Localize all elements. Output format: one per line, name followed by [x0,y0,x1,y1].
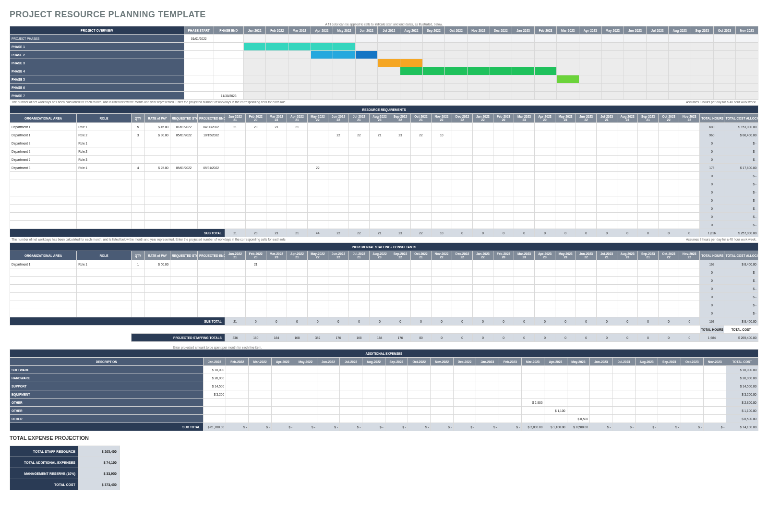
cell-wd[interactable] [328,221,348,229]
cell-end[interactable] [197,147,225,156]
gantt-cell[interactable] [311,43,333,51]
cell-wd[interactable] [452,221,473,229]
cell-wd[interactable] [369,156,390,164]
cell-wd[interactable] [659,213,679,221]
exp-cell[interactable] [476,407,499,415]
cell-wd[interactable] [659,164,679,172]
cell-wd[interactable] [245,309,266,317]
exp-cell[interactable] [294,366,317,374]
cell-wd[interactable] [597,213,617,221]
cell-wd[interactable] [514,309,535,317]
cell-start[interactable]: 05/01/2022 [170,164,197,172]
cell-area[interactable]: Department 1 [10,123,77,131]
cell-qty[interactable] [132,277,145,285]
cell-wd[interactable] [638,293,659,301]
cell-wd[interactable] [514,180,535,188]
exp-cell[interactable] [567,366,589,374]
exp-cell[interactable] [431,415,453,423]
gantt-cell[interactable] [490,84,512,92]
gantt-cell[interactable] [422,75,445,84]
cell-wd[interactable] [473,180,493,188]
exp-cell[interactable] [635,415,658,423]
cell-wd[interactable] [328,139,348,147]
cell-wd[interactable] [245,156,266,164]
exp-cell[interactable] [658,407,681,415]
cell-area[interactable]: Department 2 [10,156,77,164]
gantt-cell[interactable] [579,43,601,51]
cell-wd[interactable] [617,164,638,172]
cell-wd[interactable] [597,156,617,164]
gantt-cell[interactable] [669,59,691,67]
exp-cell[interactable]: $ 1,100 [544,407,567,415]
exp-cell[interactable] [317,390,339,399]
gantt-cell[interactable] [467,92,490,100]
cell-wd[interactable] [245,277,266,285]
cell-wd[interactable] [452,172,473,180]
cell-rate[interactable]: $ 30.00 [144,131,170,139]
cell-wd[interactable] [452,301,473,309]
exp-cell[interactable] [612,407,635,415]
gantt-cell[interactable] [736,67,758,75]
gantt-cell[interactable] [736,75,758,84]
cell-wd[interactable] [514,188,535,196]
cell-wd[interactable] [535,139,555,147]
exp-cell[interactable] [612,374,635,382]
cell-wd[interactable]: 22 [410,131,431,139]
cell-wd[interactable] [245,147,266,156]
cell-end[interactable] [197,188,225,196]
gantt-cell[interactable] [713,35,736,43]
cell-wd[interactable] [555,205,576,213]
cell-wd[interactable] [452,268,473,277]
exp-cell[interactable] [703,390,726,399]
cell-wd[interactable] [638,309,659,317]
phase-end[interactable] [214,84,243,92]
cell-wd[interactable] [328,301,348,309]
exp-cell[interactable] [408,399,431,407]
cell-wd[interactable] [328,156,348,164]
cell-wd[interactable] [493,123,514,131]
cell-wd[interactable] [659,172,679,180]
cell-wd[interactable] [473,293,493,301]
exp-cell[interactable] [362,415,385,423]
exp-cell[interactable] [362,382,385,390]
cell-wd[interactable] [473,196,493,205]
exp-cell[interactable] [317,407,339,415]
cell-wd[interactable] [307,285,328,293]
cell-wd[interactable] [638,213,659,221]
exp-cell[interactable] [271,390,294,399]
cell-wd[interactable] [328,172,348,180]
cell-end[interactable]: 05/31/2022 [197,164,225,172]
gantt-cell[interactable] [624,84,647,92]
cell-wd[interactable] [410,309,431,317]
cell-end[interactable] [197,221,225,229]
cell-wd[interactable] [348,277,369,285]
exp-cell[interactable] [226,366,249,374]
cell-wd[interactable] [535,293,555,301]
gantt-cell[interactable] [646,75,669,84]
cell-role[interactable] [77,309,132,317]
gantt-cell[interactable] [512,84,535,92]
exp-cell[interactable] [408,382,431,390]
phase-start[interactable]: 01/01/2022 [184,35,214,43]
exp-cell[interactable] [203,407,226,415]
cell-wd[interactable] [473,123,493,131]
phase-end[interactable] [214,75,243,84]
gantt-cell[interactable] [713,67,736,75]
cell-wd[interactable] [410,156,431,164]
exp-cell[interactable] [408,374,431,382]
cell-wd[interactable] [410,172,431,180]
cell-wd[interactable] [493,172,514,180]
cell-start[interactable] [170,147,197,156]
cell-wd[interactable] [452,131,473,139]
cell-qty[interactable] [132,268,145,277]
gantt-cell[interactable] [713,92,736,100]
cell-wd[interactable] [328,123,348,131]
cell-wd[interactable] [597,180,617,188]
cell-wd[interactable] [390,196,410,205]
exp-cell[interactable] [567,399,589,407]
exp-cell[interactable] [681,374,703,382]
cell-role[interactable]: Role 2 [77,147,132,156]
cell-end[interactable]: 10/15/2022 [197,131,225,139]
gantt-cell[interactable] [736,51,758,59]
cell-wd[interactable] [535,301,555,309]
